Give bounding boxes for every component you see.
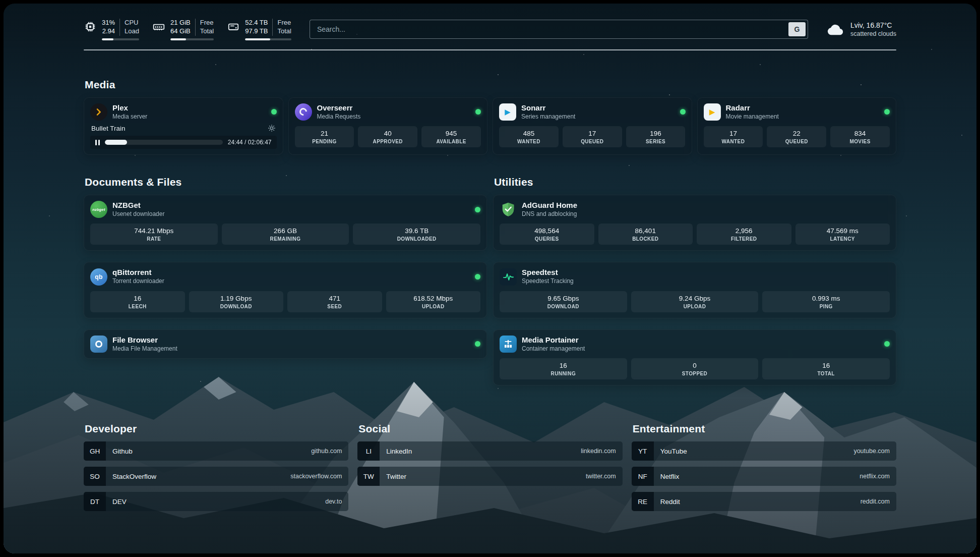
stat-stopped: 0 STOPPED bbox=[631, 358, 759, 379]
stat-rate: 744.21 Mbps RATE bbox=[90, 224, 218, 245]
pause-icon[interactable] bbox=[95, 140, 100, 145]
playback-time: 24:44 / 02:06:47 bbox=[228, 139, 272, 146]
bookmark-stackoverflow[interactable]: SO StackOverflow stackoverflow.com bbox=[84, 467, 348, 486]
utilities-section-title: Utilities bbox=[494, 176, 896, 188]
filebrowser-status-dot bbox=[475, 341, 480, 347]
stat-upload: 9.24 Gbps UPLOAD bbox=[631, 291, 759, 312]
stat-download: 9.65 Gbps DOWNLOAD bbox=[500, 291, 627, 312]
section-documents: Documents & Files nzbget NZBGet Usenet d… bbox=[84, 176, 487, 385]
dev-icon: DT bbox=[84, 492, 106, 511]
stat-seed: 471 SEED bbox=[287, 291, 382, 312]
speedtest-title[interactable]: Speedtest bbox=[522, 268, 574, 277]
stat-ping: 0.993 ms PING bbox=[762, 291, 890, 312]
section-developer: Developer GH Github github.com SO StackO… bbox=[84, 423, 348, 517]
stat-queued: 22 QUEUED bbox=[767, 126, 826, 147]
bookmark-reddit[interactable]: RE Reddit reddit.com bbox=[632, 492, 896, 511]
section-entertainment: Entertainment YT YouTube youtube.com NF … bbox=[632, 423, 896, 517]
cpu-label-bottom: Load bbox=[125, 27, 139, 36]
stat-running: 16 RUNNING bbox=[500, 358, 627, 379]
overseerr-title[interactable]: Overseerr bbox=[317, 103, 361, 113]
portainer-icon[interactable] bbox=[500, 336, 517, 353]
now-playing-title: Bullet Train bbox=[91, 125, 126, 132]
stat-series: 196 SERIES bbox=[626, 126, 686, 147]
seek-bar[interactable] bbox=[105, 140, 223, 145]
plex-card: Plex Media server Bullet Train bbox=[84, 97, 283, 155]
radarr-title[interactable]: Radarr bbox=[726, 103, 779, 113]
nzbget-title[interactable]: NZBGet bbox=[112, 201, 164, 210]
qbittorrent-icon[interactable]: qb bbox=[90, 268, 107, 286]
bookmark-github[interactable]: GH Github github.com bbox=[84, 441, 348, 461]
overseerr-status-dot bbox=[475, 109, 481, 115]
nzbget-icon[interactable]: nzbget bbox=[90, 201, 107, 218]
filebrowser-card: File Browser Media File Management bbox=[84, 329, 487, 359]
sonarr-subtitle: Series management bbox=[521, 113, 575, 121]
plex-title[interactable]: Plex bbox=[112, 103, 147, 113]
stat-filtered: 2,956 FILTERED bbox=[697, 224, 791, 245]
bookmark-linkedin[interactable]: LI LinkedIn linkedin.com bbox=[357, 441, 622, 461]
disk-label-bottom: Total bbox=[277, 27, 291, 36]
stat-total: 16 TOTAL bbox=[762, 358, 890, 379]
cpu-label-top: CPU bbox=[125, 19, 139, 27]
playback-bar: 24:44 / 02:06:47 bbox=[90, 136, 277, 149]
bookmark-url: dev.to bbox=[325, 498, 342, 505]
disk-widget: 52.4 TB 97.9 TB Free Total bbox=[227, 19, 291, 40]
qbittorrent-title[interactable]: qBittorrent bbox=[112, 268, 164, 277]
reddit-icon: RE bbox=[632, 492, 654, 511]
section-utilities: Utilities AdGuard Home bbox=[493, 176, 896, 385]
qbittorrent-card: qb qBittorrent Torrent downloader 16 LEE… bbox=[84, 262, 487, 318]
search-engine-button[interactable]: G bbox=[788, 22, 806, 36]
disk-progressbar bbox=[245, 38, 291, 40]
adguard-title[interactable]: AdGuard Home bbox=[522, 201, 577, 210]
social-section-title: Social bbox=[358, 423, 622, 435]
portainer-status-dot bbox=[884, 341, 890, 347]
stat-available: 945 AVAILABLE bbox=[421, 126, 481, 147]
gear-icon[interactable] bbox=[268, 124, 276, 132]
twitter-icon: TW bbox=[357, 467, 380, 486]
adguard-shield-icon[interactable] bbox=[500, 201, 517, 218]
background-stars bbox=[4, 4, 5, 5]
bookmark-twitter[interactable]: TW Twitter twitter.com bbox=[357, 467, 622, 486]
stat-blocked: 86,401 BLOCKED bbox=[598, 224, 693, 245]
stat-approved: 40 APPROVED bbox=[358, 126, 417, 147]
adguard-subtitle: DNS and adblocking bbox=[522, 210, 577, 218]
cpu-icon bbox=[84, 20, 97, 33]
netflix-icon: NF bbox=[632, 467, 654, 486]
bookmark-label: YouTube bbox=[660, 448, 687, 455]
bookmark-label: Github bbox=[112, 448, 133, 455]
memory-label-bottom: Total bbox=[200, 27, 214, 36]
sonarr-title[interactable]: Sonarr bbox=[521, 103, 575, 113]
sonarr-status-dot bbox=[680, 109, 686, 115]
radarr-icon[interactable]: ▶ bbox=[704, 103, 721, 121]
filebrowser-icon[interactable] bbox=[90, 336, 107, 353]
bookmark-youtube[interactable]: YT YouTube youtube.com bbox=[632, 441, 896, 461]
linkedin-icon: LI bbox=[357, 441, 380, 461]
disk-total-value: 97.9 TB bbox=[245, 27, 268, 36]
bookmark-label: Reddit bbox=[660, 498, 680, 506]
bookmark-url: youtube.com bbox=[853, 448, 890, 455]
dashboard-screen: 31% 2.94 CPU Load bbox=[4, 4, 976, 553]
overseerr-icon[interactable] bbox=[295, 103, 312, 121]
nzbget-status-dot bbox=[475, 207, 480, 212]
sonarr-icon[interactable]: ▶ bbox=[499, 103, 516, 121]
bookmark-url: stackoverflow.com bbox=[290, 473, 342, 480]
portainer-title[interactable]: Media Portainer bbox=[522, 336, 585, 345]
bookmark-netflix[interactable]: NF Netflix netflix.com bbox=[632, 467, 896, 486]
speedtest-subtitle: Speedtest Tracking bbox=[522, 277, 574, 286]
search-input[interactable] bbox=[310, 20, 808, 39]
stat-download: 1.19 Gbps DOWNLOAD bbox=[189, 291, 284, 312]
bookmark-url: github.com bbox=[311, 448, 342, 455]
overseerr-card: Overseerr Media Requests 21 PENDING 40 A… bbox=[288, 97, 488, 155]
speedtest-icon[interactable] bbox=[500, 268, 517, 286]
cloud-icon bbox=[826, 22, 844, 37]
bookmark-url: twitter.com bbox=[586, 473, 616, 480]
overseerr-subtitle: Media Requests bbox=[317, 113, 361, 121]
documents-section-title: Documents & Files bbox=[85, 176, 487, 188]
memory-label-top: Free bbox=[200, 19, 214, 27]
disk-label-top: Free bbox=[277, 19, 291, 27]
nzbget-subtitle: Usenet downloader bbox=[112, 210, 164, 218]
bookmark-dev[interactable]: DT DEV dev.to bbox=[84, 492, 348, 511]
developer-section-title: Developer bbox=[85, 423, 348, 435]
plex-icon[interactable] bbox=[90, 103, 107, 121]
entertainment-section-title: Entertainment bbox=[633, 423, 896, 435]
filebrowser-title[interactable]: File Browser bbox=[112, 336, 177, 345]
